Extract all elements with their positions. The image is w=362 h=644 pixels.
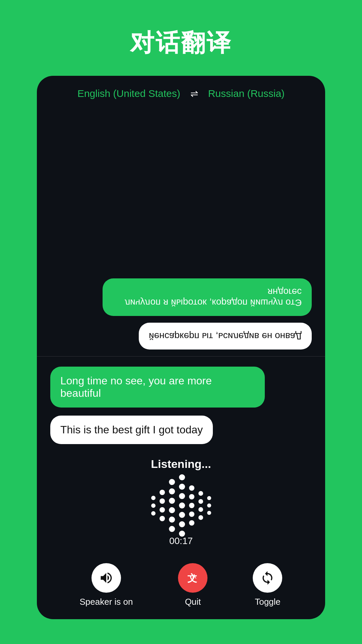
page-title: 对话翻译 bbox=[130, 27, 232, 59]
speaker-button[interactable] bbox=[92, 563, 121, 593]
listening-status: Listening... bbox=[151, 458, 211, 471]
chat-upper: Это лучший подарок, который я получил се… bbox=[37, 109, 325, 356]
language-left[interactable]: English (United States) bbox=[77, 88, 180, 99]
waveform-col-3 bbox=[169, 479, 175, 532]
toggle-label: Toggle bbox=[255, 597, 281, 607]
toggle-icon bbox=[260, 571, 275, 585]
bottom-controls: Speaker is on 文 A Quit Toggle bbox=[37, 558, 325, 619]
quit-control[interactable]: 文 A Quit bbox=[178, 563, 207, 607]
waveform bbox=[144, 479, 218, 532]
quit-button[interactable]: 文 A bbox=[178, 563, 207, 593]
quit-label: Quit bbox=[185, 597, 201, 607]
mirrored-bubble-white: Давно не виделись, ты прекрасней bbox=[139, 323, 312, 350]
waveform-col-1 bbox=[151, 496, 156, 516]
waveform-col-6 bbox=[198, 491, 203, 520]
speaker-label: Speaker is on bbox=[80, 597, 133, 607]
listening-section: Listening... bbox=[37, 451, 325, 558]
speaker-control[interactable]: Speaker is on bbox=[80, 563, 133, 607]
language-swap-icon[interactable]: ⇌ bbox=[190, 88, 198, 99]
mirrored-bubble-green: Это лучший подарок, который я получил се… bbox=[103, 278, 312, 316]
waveform-col-7 bbox=[207, 496, 211, 515]
chat-lower: Long time no see, you are more beautiful… bbox=[37, 357, 325, 451]
speaker-icon bbox=[99, 571, 114, 585]
language-right[interactable]: Russian (Russia) bbox=[208, 88, 285, 99]
waveform-col-2 bbox=[160, 490, 165, 521]
waveform-col-4 bbox=[179, 474, 185, 537]
language-header: English (United States) ⇌ Russian (Russi… bbox=[37, 76, 325, 109]
timer-display: 00:17 bbox=[169, 536, 193, 546]
svg-text:A: A bbox=[192, 573, 197, 580]
chat-bubble-white: This is the best gift I got today bbox=[50, 416, 213, 444]
waveform-col-5 bbox=[189, 485, 194, 526]
toggle-button[interactable] bbox=[253, 563, 282, 593]
phone-card: English (United States) ⇌ Russian (Russi… bbox=[37, 76, 325, 619]
toggle-control[interactable]: Toggle bbox=[253, 563, 282, 607]
chat-bubble-green: Long time no see, you are more beautiful bbox=[50, 367, 265, 408]
translate-icon: 文 A bbox=[185, 571, 200, 585]
